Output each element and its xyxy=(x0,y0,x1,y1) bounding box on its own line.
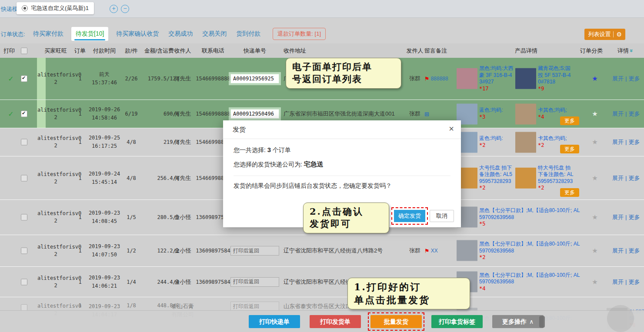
star-icon[interactable]: ★ xyxy=(587,213,603,221)
tracking-input[interactable] xyxy=(230,302,279,311)
product-count: *2 xyxy=(479,185,485,191)
add-template-button[interactable]: + xyxy=(110,5,118,13)
expand-link[interactable]: 展开 xyxy=(612,279,624,285)
star-icon[interactable]: ★ xyxy=(587,278,603,286)
product-desc[interactable]: 黑色:均码:大西豪 3F 316-B-43#927*17 xyxy=(479,65,515,92)
printed-check-icon: ✓ xyxy=(4,75,17,83)
more-link[interactable]: 更多 xyxy=(628,279,640,285)
more-link[interactable]: 更多 xyxy=(628,247,640,254)
tab-trade-success[interactable]: 交易成功 xyxy=(167,27,194,41)
print-invoice-button[interactable]: 打印发货单 xyxy=(310,315,361,328)
more-products-button[interactable]: 更多 xyxy=(560,145,579,153)
expand-link[interactable]: 展开 xyxy=(612,139,624,145)
product-desc[interactable]: 特大号托盘 拍下备注颜色: AL595957328293*2 xyxy=(538,164,574,191)
product-list: 蓝色:均码:*2卡其色;均码;*2更多 xyxy=(457,128,584,156)
product-item: 大号托盘 拍下备注颜色: AL595957328293*2 xyxy=(457,164,514,191)
expand-link[interactable]: 展开 xyxy=(612,175,624,181)
product-photo[interactable] xyxy=(515,132,536,153)
batch-ship-button[interactable]: 批量发货 xyxy=(370,315,422,328)
selected-prefix: 您一共选择: xyxy=(234,146,266,153)
expand-link[interactable]: 展开 xyxy=(612,75,624,82)
buyer-id: alitestforisv0 2 xyxy=(37,135,74,150)
more-link[interactable]: 更多 xyxy=(628,139,640,145)
row-checkbox[interactable] xyxy=(21,175,27,181)
expand-link[interactable]: 展开 xyxy=(612,214,624,220)
more-link[interactable]: 更多 xyxy=(628,75,640,82)
row-checkbox[interactable] xyxy=(21,248,27,254)
floating-handle[interactable] xyxy=(539,316,545,328)
modal-header: 发货 × xyxy=(223,120,461,139)
confirm-ship-button[interactable]: 确定发货 xyxy=(394,210,425,222)
product-item: 黑色:均码:大西豪 3F 316-B-43#927*17 xyxy=(457,65,514,92)
tracking-input[interactable] xyxy=(230,109,279,119)
product-desc[interactable]: 蓝色:均码:*2 xyxy=(479,135,515,149)
cancel-button[interactable]: 取消 xyxy=(430,210,454,222)
tracking-input[interactable] xyxy=(230,277,279,287)
product-desc[interactable]: 黑色【七分平口款】;M,【适合80-100斤; AL597092639568*2 xyxy=(479,241,580,261)
refund-count-badge[interactable]: 退款订单数量: [1] xyxy=(273,28,326,40)
more-products-button[interactable]: 更多 xyxy=(560,188,579,197)
product-list: 黑色:均码:大西豪 3F 316-B-43#927*17藏青花色;S;国投 5F… xyxy=(457,58,584,100)
more-link[interactable]: 更多 xyxy=(628,175,640,181)
more-products-button[interactable]: 更多 xyxy=(560,116,579,125)
star-icon[interactable]: ★ xyxy=(587,75,603,83)
tab-awaiting-payment[interactable]: 待买家付款 xyxy=(31,27,65,41)
ship-warning-text: 发货的结果会同步到店铺后台发货状态，您确定要发货吗？ xyxy=(234,182,450,190)
star-icon[interactable]: ★ xyxy=(587,247,603,255)
product-count: *3 xyxy=(479,114,485,120)
star-icon[interactable]: ★ xyxy=(587,138,603,146)
tab-awaiting-shipment[interactable]: 待发货[10] xyxy=(71,27,108,41)
row-checkbox[interactable] xyxy=(21,76,27,82)
tracking-input[interactable] xyxy=(230,246,279,256)
product-desc[interactable]: 黑色【七分平口款】;M,【适合80-100斤; AL597092639568*5 xyxy=(479,207,580,228)
print-waybill-button[interactable]: 打印快递单 xyxy=(249,315,300,328)
remove-template-button[interactable]: − xyxy=(121,5,129,13)
product-count: *4 xyxy=(538,114,544,120)
row-checkbox[interactable] xyxy=(21,304,27,311)
row-checkbox[interactable] xyxy=(21,279,27,285)
row-checkbox[interactable] xyxy=(21,111,27,117)
star-icon[interactable]: ★ xyxy=(587,110,603,118)
product-photo[interactable] xyxy=(515,168,536,189)
detail-links: 展开|更多 xyxy=(612,174,643,182)
radio-selected-icon[interactable] xyxy=(22,5,28,11)
more-link[interactable]: 更多 xyxy=(628,110,640,117)
print-pickup-label-button[interactable]: 打印拿货标签 xyxy=(431,315,483,328)
tab-cod[interactable]: 货到付款 xyxy=(234,27,262,41)
template-option[interactable]: 宅急送自定义(菜鸟新)1 xyxy=(17,2,94,14)
product-desc[interactable]: 藏青花色;S;国投 5F 537-B-40#7818*9 xyxy=(538,65,574,92)
more-operations-button[interactable]: 更多操作∧ xyxy=(492,315,544,328)
product-desc[interactable]: 大号托盘 拍下备注颜色: AL595957328293*2 xyxy=(479,164,515,191)
expand-link[interactable]: 展开 xyxy=(612,247,624,254)
qty-count: 1/2 xyxy=(123,248,140,254)
product-photo[interactable] xyxy=(515,103,536,124)
detail-separator: | xyxy=(625,110,627,117)
remark-icon: ⊞ xyxy=(424,111,429,117)
remark: ⚑888888 xyxy=(424,76,460,82)
tab-trade-closed[interactable]: 交易关闭 xyxy=(200,27,228,41)
buyer-id: alitestforisv0 2 xyxy=(37,106,74,122)
product-item: 黑色【七分平口款】;M,【适合80-100斤; AL597092639568*5 xyxy=(457,207,514,228)
list-settings-button[interactable]: 列表设置⚙ xyxy=(584,29,625,40)
more-link[interactable]: 更多 xyxy=(628,214,640,220)
tab-awaiting-confirm[interactable]: 待买家确认收货 xyxy=(114,27,160,41)
order-status-bar: 订单状态: 待买家付款 待发货[10] 待买家确认收货 交易成功 交易关闭 货到… xyxy=(0,25,644,43)
product-photo[interactable] xyxy=(457,240,477,261)
star-icon[interactable]: ★ xyxy=(587,174,603,182)
row-checkbox[interactable] xyxy=(21,214,27,221)
select-all-checkbox[interactable] xyxy=(21,47,27,54)
expand-link[interactable]: 展开 xyxy=(612,110,624,117)
row-checkbox[interactable] xyxy=(21,139,27,146)
product-photo[interactable] xyxy=(457,68,477,89)
product-item: 藏青花色;S;国投 5F 537-B-40#7818*9 xyxy=(515,65,573,92)
product-desc[interactable]: 蓝色:均码:*3 xyxy=(479,107,515,120)
close-icon[interactable]: × xyxy=(449,124,454,134)
product-photo[interactable] xyxy=(515,68,536,89)
tracking-input[interactable] xyxy=(230,74,279,83)
detail-links: 展开|更多 xyxy=(612,110,643,118)
product-desc[interactable]: 黑色【七分平口款】;M,【适合80-100斤; AL597092639568*4 xyxy=(479,272,580,292)
sender-name: 张群 xyxy=(404,110,425,118)
header-detail[interactable]: 详情» xyxy=(617,47,643,55)
buyer-id: alitestforisv0 2 xyxy=(37,210,74,225)
tab-count-badge: [10] xyxy=(94,30,104,37)
